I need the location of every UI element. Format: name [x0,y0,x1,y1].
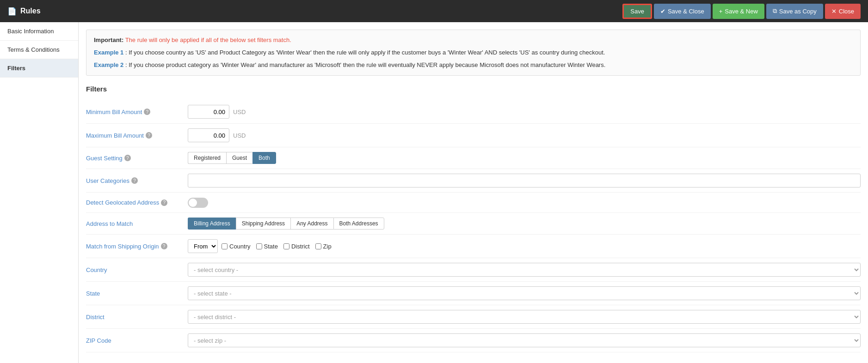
state-control: - select state - [188,286,861,300]
plus-icon: + [719,8,723,15]
top-bar: 📄 Rules Save ✔ Save & Close + Save & New… [0,0,868,22]
info-box: Important: The rule will only be applied… [86,30,861,76]
minimum-bill-amount-help-icon[interactable]: ? [144,109,150,115]
checkbox-zip[interactable]: Zip [315,243,332,250]
from-dropdown[interactable]: From [188,239,218,253]
checkbox-state[interactable]: State [256,243,278,250]
detect-geolocated-control [188,198,861,208]
info-important: Important: The rule will only be applied… [94,36,853,45]
minimum-bill-amount-label: Minimum Bill Amount ? [86,109,188,115]
save-new-button[interactable]: + Save & New [713,4,764,19]
address-both[interactable]: Both Addresses [333,218,384,230]
checkbox-country[interactable]: Country [222,243,251,250]
district-row: District - select district - [86,305,861,329]
rules-icon: 📄 [7,7,17,16]
country-checkbox[interactable] [222,243,228,249]
country-control: - select country - [188,263,861,277]
maximum-bill-amount-input[interactable] [188,128,229,142]
state-select[interactable]: - select state - [188,286,861,300]
filters-section-title: Filters [86,85,861,93]
user-categories-input[interactable] [188,174,861,188]
district-select[interactable]: - select district - [188,310,861,324]
guest-setting-button-group: Registered Guest Both [188,152,276,164]
maximum-bill-amount-row: Maximum Bill Amount ? USD [86,124,861,147]
state-row: State - select state - [86,282,861,305]
country-select[interactable]: - select country - [188,263,861,277]
sidebar-item-filters[interactable]: Filters [0,59,78,78]
from-select[interactable]: From [188,242,217,250]
user-categories-help-icon[interactable]: ? [131,177,138,184]
guest-setting-registered[interactable]: Registered [188,152,226,164]
info-example1: Example 1 : If you choose country as 'US… [94,48,853,58]
detect-geolocated-help-icon[interactable]: ? [161,200,167,206]
checkbox-district[interactable]: District [283,243,310,250]
maximum-bill-amount-control: USD [188,128,861,142]
check-icon: ✔ [660,8,665,15]
guest-setting-guest[interactable]: Guest [226,152,252,164]
state-label: State [86,290,188,297]
minimum-bill-amount-row: Minimum Bill Amount ? USD [86,100,861,124]
country-label: Country [86,266,188,273]
guest-setting-control: Registered Guest Both [188,152,861,164]
zip-checkbox[interactable] [315,243,321,249]
district-checkbox[interactable] [283,243,289,249]
toolbar-buttons: Save ✔ Save & Close + Save & New ⧉ Save … [622,4,861,19]
minimum-bill-amount-control: USD [188,105,861,119]
sidebar: Basic Information Terms & Conditions Fil… [0,22,79,363]
guest-setting-label: Guest Setting ? [86,155,188,162]
guest-setting-help-icon[interactable]: ? [124,155,131,161]
guest-setting-both[interactable]: Both [252,152,276,164]
match-from-shipping-control: From Country State District [188,239,861,253]
state-checkbox[interactable] [256,243,262,249]
address-shipping[interactable]: Shipping Address [236,218,290,230]
match-from-shipping-origin-label: Match from Shipping Origin ? [86,243,188,250]
shipping-origin-checkboxes: Country State District Zip [222,243,332,250]
main-layout: Basic Information Terms & Conditions Fil… [0,22,868,363]
save-button[interactable]: Save [622,4,652,19]
save-copy-button[interactable]: ⧉ Save as Copy [766,4,823,19]
detect-geolocated-row: Detect Geolocated Address ? [86,193,861,213]
district-control: - select district - [188,310,861,324]
save-close-button[interactable]: ✔ Save & Close [654,4,711,19]
zip-code-select[interactable]: - select zip - [188,333,861,347]
guest-setting-row: Guest Setting ? Registered Guest Both [86,147,861,169]
maximum-bill-amount-currency: USD [233,132,246,139]
address-billing[interactable]: Billing Address [188,218,236,230]
close-icon: ✕ [831,8,837,15]
detect-geolocated-label: Detect Geolocated Address ? [86,199,188,206]
app-title: 📄 Rules [7,7,41,16]
address-to-match-label: Address to Match [86,220,188,227]
zip-code-control: - select zip - [188,333,861,347]
address-to-match-button-group: Billing Address Shipping Address Any Add… [188,218,384,230]
minimum-bill-amount-currency: USD [233,109,246,115]
sidebar-item-basic-information[interactable]: Basic Information [0,22,78,41]
user-categories-row: User Categories ? [86,169,861,193]
district-label: District [86,314,188,321]
detect-geolocated-toggle[interactable] [188,198,208,208]
address-any[interactable]: Any Address [290,218,333,230]
minimum-bill-amount-input[interactable] [188,105,229,119]
info-example2: Example 2 : If you choose product catego… [94,60,853,70]
match-from-shipping-origin-row: Match from Shipping Origin ? From Countr… [86,235,861,258]
sidebar-item-terms-conditions[interactable]: Terms & Conditions [0,41,78,59]
close-button[interactable]: ✕ Close [825,4,861,19]
content-area: Important: The rule will only be applied… [79,22,868,363]
zip-code-label: ZIP Code [86,337,188,344]
copy-icon: ⧉ [773,7,777,15]
user-categories-label: User Categories ? [86,177,188,184]
country-row: Country - select country - [86,258,861,282]
maximum-bill-amount-help-icon[interactable]: ? [146,132,152,139]
match-from-shipping-help-icon[interactable]: ? [161,243,167,249]
user-categories-control [188,174,861,188]
address-to-match-control: Billing Address Shipping Address Any Add… [188,218,861,230]
maximum-bill-amount-label: Maximum Bill Amount ? [86,132,188,139]
address-to-match-row: Address to Match Billing Address Shippin… [86,213,861,235]
zip-code-row: ZIP Code - select zip - [86,329,861,352]
